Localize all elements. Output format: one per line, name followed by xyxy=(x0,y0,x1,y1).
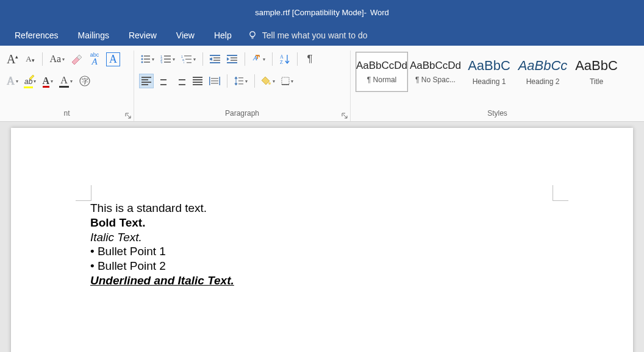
ribbon-group-paragraph: 123 1ai A AZ xyxy=(134,51,351,121)
svg-rect-14 xyxy=(164,62,171,63)
borders-button[interactable] xyxy=(279,74,295,88)
svg-rect-24 xyxy=(210,62,220,63)
styles-gallery[interactable]: AaBbCcDd ¶ Normal AaBbCcDd ¶ No Spac... … xyxy=(356,51,639,92)
svg-rect-22 xyxy=(213,57,220,58)
page[interactable]: This is a standard text. Bold Text. Ital… xyxy=(11,128,633,352)
text-line-standard[interactable]: This is a standard text. xyxy=(90,201,554,216)
margin-marker-top-left xyxy=(76,185,91,201)
svg-rect-10 xyxy=(164,55,171,57)
ribbon-group-font: A▴ A▾ Aa abc A A A ab xyxy=(0,51,134,121)
svg-rect-41 xyxy=(282,77,289,85)
ribbon-group-styles: AaBbCcDd ¶ Normal AaBbCcDd ¶ No Spac... … xyxy=(351,51,644,121)
svg-rect-33 xyxy=(220,77,221,85)
title-bar: sample.rtf [Compatibility Mode] - Word xyxy=(0,0,644,24)
distributed-button[interactable] xyxy=(207,74,222,88)
multilevel-list-button[interactable]: 1ai xyxy=(179,52,198,66)
ribbon-tabs: References Mailings Review View Help Tel… xyxy=(0,24,644,46)
tab-help[interactable]: Help xyxy=(204,26,242,44)
text-effects-button[interactable]: A xyxy=(5,74,20,88)
svg-text:字: 字 xyxy=(81,77,88,85)
increase-indent-button[interactable] xyxy=(225,52,240,66)
font-color-button[interactable]: A xyxy=(40,74,55,88)
paragraph-dialog-launcher[interactable] xyxy=(340,111,349,120)
svg-text:3: 3 xyxy=(160,61,163,63)
style-title[interactable]: AaBbC Title xyxy=(570,52,623,92)
text-line-underlined-italic[interactable]: Underlined and Italic Text. xyxy=(90,273,554,288)
text-line-bold[interactable]: Bold Text. xyxy=(90,216,554,230)
bullets-button[interactable] xyxy=(139,52,156,66)
document-canvas[interactable]: This is a standard text. Bold Text. Ital… xyxy=(0,122,644,352)
svg-text:i: i xyxy=(184,61,184,63)
svg-rect-12 xyxy=(164,58,171,60)
svg-rect-36 xyxy=(211,83,218,84)
svg-rect-4 xyxy=(144,55,150,57)
show-hide-marks-button[interactable]: ¶ xyxy=(302,52,317,66)
svg-text:Z: Z xyxy=(280,60,283,65)
enclose-characters-button[interactable]: 字 xyxy=(77,74,93,88)
svg-point-40 xyxy=(268,82,271,85)
tab-view[interactable]: View xyxy=(166,26,204,44)
character-shading-button[interactable]: A xyxy=(57,74,74,88)
svg-point-3 xyxy=(141,55,143,57)
align-right-button[interactable] xyxy=(173,74,188,88)
svg-rect-18 xyxy=(185,59,191,60)
font-dialog-launcher[interactable] xyxy=(124,111,132,120)
style-no-spacing[interactable]: AaBbCcDd ¶ No Spac... xyxy=(409,52,462,92)
shrink-font-button[interactable]: A▾ xyxy=(23,52,37,66)
style-normal[interactable]: AaBbCcDd ¶ Normal xyxy=(356,52,408,92)
change-case-button[interactable]: Aa xyxy=(48,52,66,66)
asian-layout-button[interactable]: A xyxy=(250,52,267,66)
align-left-button[interactable] xyxy=(139,74,154,88)
text-line-bullet-1[interactable]: • Bullet Point 1 xyxy=(90,244,554,259)
style-name: ¶ No Spac... xyxy=(415,76,456,84)
svg-rect-39 xyxy=(238,83,243,85)
align-center-button[interactable] xyxy=(156,74,171,88)
font-group-label: nt xyxy=(5,109,129,119)
justify-button[interactable] xyxy=(190,74,205,88)
text-line-italic[interactable]: Italic Text. xyxy=(90,230,554,245)
tell-me-search[interactable]: Tell me what you want to do xyxy=(248,30,368,40)
tab-mailings[interactable]: Mailings xyxy=(68,26,119,44)
svg-rect-8 xyxy=(144,62,150,63)
text-line-bullet-2[interactable]: • Bullet Point 2 xyxy=(90,259,554,273)
margin-marker-top-right xyxy=(553,185,568,201)
svg-rect-32 xyxy=(209,77,210,85)
style-name: Heading 1 xyxy=(473,77,506,86)
app-name: Word xyxy=(370,8,389,17)
title-separator: - xyxy=(364,8,367,17)
shading-button[interactable] xyxy=(260,74,277,88)
svg-rect-27 xyxy=(231,60,237,61)
svg-rect-42 xyxy=(282,84,289,85)
sort-button[interactable]: AZ xyxy=(277,52,292,66)
style-heading-2[interactable]: AaBbCc Heading 2 xyxy=(517,52,569,92)
svg-rect-35 xyxy=(211,80,218,82)
tab-references[interactable]: References xyxy=(5,26,68,44)
svg-text:A: A xyxy=(280,54,284,60)
highlight-color-button[interactable]: ab xyxy=(23,74,38,88)
decrease-indent-button[interactable] xyxy=(208,52,223,66)
svg-point-0 xyxy=(250,31,255,36)
svg-point-7 xyxy=(141,62,143,63)
clear-formatting-button[interactable] xyxy=(69,52,85,66)
style-heading-1[interactable]: AaBbC Heading 1 xyxy=(463,52,515,92)
paragraph-group-label: Paragraph xyxy=(139,109,345,119)
numbering-button[interactable]: 123 xyxy=(159,52,177,66)
svg-rect-23 xyxy=(213,60,220,61)
character-border-button[interactable]: A xyxy=(104,52,122,66)
tab-review[interactable]: Review xyxy=(119,26,166,44)
style-preview: AaBbCcDd xyxy=(410,60,461,72)
tell-me-label: Tell me what you want to do xyxy=(262,30,368,40)
svg-rect-38 xyxy=(238,80,243,82)
svg-rect-16 xyxy=(184,55,191,57)
svg-rect-37 xyxy=(238,77,243,79)
style-name: Heading 2 xyxy=(526,77,560,86)
line-spacing-button[interactable] xyxy=(232,74,249,88)
svg-rect-26 xyxy=(231,57,237,58)
grow-font-button[interactable]: A▴ xyxy=(5,52,20,66)
phonetic-guide-button[interactable]: abc A xyxy=(87,52,102,66)
svg-rect-28 xyxy=(227,62,237,63)
style-name: Title xyxy=(590,77,603,86)
svg-rect-34 xyxy=(211,78,218,79)
styles-group-label: Styles xyxy=(356,109,639,119)
svg-point-5 xyxy=(141,58,143,60)
